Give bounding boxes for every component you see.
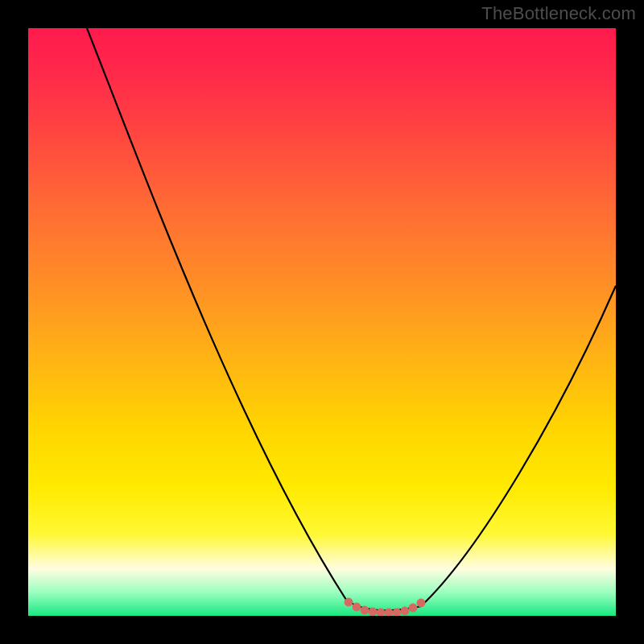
minimum-marker: [345, 598, 425, 616]
svg-point-5: [385, 609, 393, 616]
svg-point-7: [401, 607, 409, 615]
svg-point-8: [409, 604, 417, 612]
svg-point-1: [353, 603, 361, 611]
watermark-text: TheBottleneck.com: [481, 3, 636, 24]
svg-point-2: [361, 606, 369, 614]
svg-point-6: [393, 609, 401, 616]
svg-point-9: [417, 599, 425, 607]
chart-frame: TheBottleneck.com: [0, 0, 644, 644]
curve-path: [87, 28, 616, 610]
svg-point-3: [369, 608, 377, 616]
plot-area: [28, 28, 616, 616]
svg-point-0: [345, 598, 353, 606]
svg-point-4: [377, 609, 385, 616]
bottleneck-curve: [28, 28, 616, 616]
